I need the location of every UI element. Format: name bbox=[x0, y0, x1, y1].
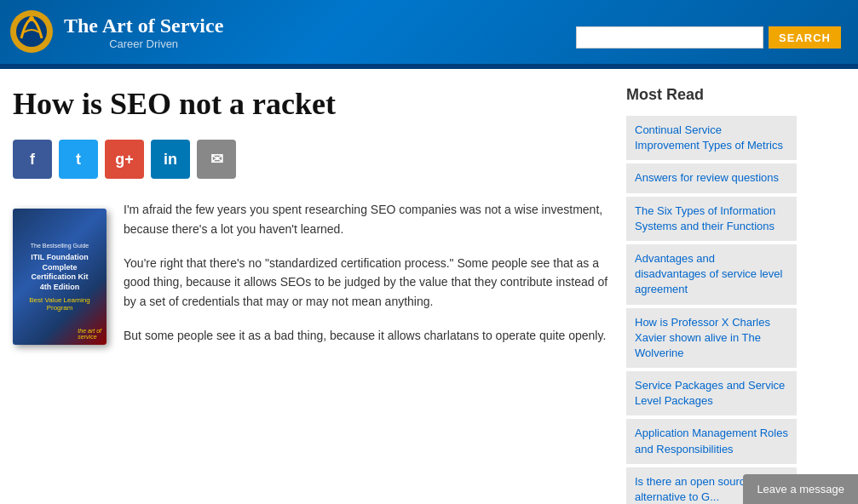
logo-area: The Art of Service Career Driven bbox=[9, 9, 223, 55]
site-title: The Art of Service bbox=[64, 14, 223, 37]
sidebar-link-7[interactable]: Application Management Roles and Respons… bbox=[635, 427, 788, 455]
site-header: The Art of Service Career Driven SEARCH bbox=[0, 0, 858, 64]
article-title: How is SEO not a racket bbox=[13, 86, 609, 123]
book-logo-bottom: the art ofservice bbox=[78, 328, 101, 340]
sidebar-link-4[interactable]: Advantages and disadvantages of service … bbox=[635, 252, 782, 295]
svg-point-2 bbox=[29, 16, 34, 21]
sidebar-item-7[interactable]: Application Management Roles and Respons… bbox=[626, 419, 797, 463]
sidebar-link-8[interactable]: Is there an open source alternative to G… bbox=[635, 475, 751, 503]
book-label-main: ITIL FoundationComplete Certification Ki… bbox=[20, 253, 100, 293]
sidebar-link-6[interactable]: Service Packages and Service Level Packa… bbox=[635, 379, 785, 407]
search-area: SEARCH bbox=[576, 26, 841, 55]
article-paragraph-1: I'm afraid the few years you spent resea… bbox=[124, 200, 609, 238]
facebook-share-button[interactable]: f bbox=[13, 140, 52, 179]
twitter-share-button[interactable]: t bbox=[59, 140, 98, 179]
book-image-area: The Bestselling Guide ITIL FoundationCom… bbox=[13, 209, 107, 345]
sidebar-link-3[interactable]: The Six Types of Information Systems and… bbox=[635, 204, 775, 232]
sidebar-link-5[interactable]: How is Professor X Charles Xavier shown … bbox=[635, 316, 770, 359]
main-layout: How is SEO not a racket f t g+ in ✉ The … bbox=[0, 69, 858, 504]
linkedin-share-button[interactable]: in bbox=[151, 140, 190, 179]
sidebar-link-2[interactable]: Answers for review questions bbox=[635, 171, 779, 184]
sidebar-item-1[interactable]: Continual Service Improvement Types of M… bbox=[626, 116, 797, 160]
article-body: The Bestselling Guide ITIL FoundationCom… bbox=[13, 200, 609, 360]
leave-message-button[interactable]: Leave a message bbox=[743, 474, 858, 504]
site-subtitle: Career Driven bbox=[64, 37, 223, 50]
social-icons-bar: f t g+ in ✉ bbox=[13, 140, 609, 179]
site-logo-icon bbox=[9, 9, 55, 55]
search-input[interactable] bbox=[576, 26, 763, 49]
content-area: How is SEO not a racket f t g+ in ✉ The … bbox=[13, 86, 626, 504]
article-text: I'm afraid the few years you spent resea… bbox=[124, 200, 609, 360]
book-label-top: The Bestselling Guide bbox=[31, 243, 89, 249]
sidebar-item-3[interactable]: The Six Types of Information Systems and… bbox=[626, 197, 797, 241]
email-share-button[interactable]: ✉ bbox=[197, 140, 236, 179]
search-button[interactable]: SEARCH bbox=[769, 26, 841, 49]
book-cover: The Bestselling Guide ITIL FoundationCom… bbox=[13, 209, 107, 345]
sidebar: Most Read Continual Service Improvement … bbox=[626, 86, 797, 504]
sidebar-item-5[interactable]: How is Professor X Charles Xavier shown … bbox=[626, 308, 797, 369]
logo-text-area: The Art of Service Career Driven bbox=[64, 14, 223, 50]
sidebar-title: Most Read bbox=[626, 86, 797, 107]
sidebar-item-2[interactable]: Answers for review questions bbox=[626, 163, 797, 192]
sidebar-item-6[interactable]: Service Packages and Service Level Packa… bbox=[626, 371, 797, 415]
article-paragraph-3: But some people see it as a bad thing, b… bbox=[124, 326, 609, 345]
googleplus-share-button[interactable]: g+ bbox=[105, 140, 144, 179]
sidebar-link-1[interactable]: Continual Service Improvement Types of M… bbox=[635, 123, 783, 152]
book-label-sub: Best Value Learning Program bbox=[20, 296, 100, 312]
sidebar-item-4[interactable]: Advantages and disadvantages of service … bbox=[626, 244, 797, 305]
article-paragraph-2: You're right that there's no "standardiz… bbox=[124, 254, 609, 311]
